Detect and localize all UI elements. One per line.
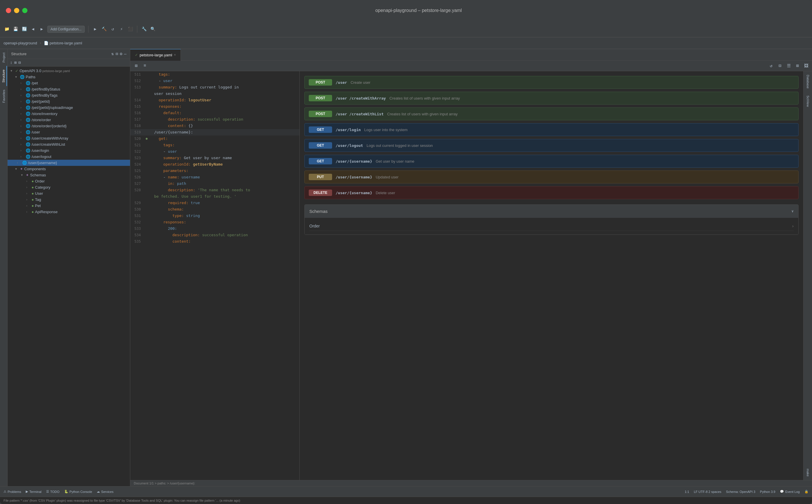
right-tab-database[interactable]: Database xyxy=(805,71,811,92)
build-icon[interactable]: 🔨 xyxy=(101,26,107,32)
editor-columns-icon[interactable]: ⊟ xyxy=(776,62,783,69)
editor-layout-icon[interactable]: ⊞ xyxy=(133,62,140,69)
code-editor[interactable]: 511 tags: 512 - user 513 summary: Logs o… xyxy=(130,71,300,480)
endpoint-get-login[interactable]: GET /user/login Logs user into the syste… xyxy=(304,123,799,136)
editor-list-icon[interactable]: ☰ xyxy=(785,62,792,69)
stop-icon[interactable]: ⬛ xyxy=(127,26,133,32)
add-config-button[interactable]: Add Configuration... xyxy=(47,26,85,33)
back-icon[interactable]: ◀ xyxy=(30,26,36,32)
minimize-button[interactable] xyxy=(14,8,19,13)
tree-root[interactable]: ▼ ✓ OpenAPI 3.0 petstore-large.yaml xyxy=(8,68,130,74)
logout-label: /user/logout xyxy=(32,154,51,159)
search-icon[interactable]: 🔍 xyxy=(150,26,156,32)
tree-store-order[interactable]: › 🌐 /store/order xyxy=(8,117,130,123)
endpoint-post-createWithList[interactable]: POST /user /createWithList Creates list … xyxy=(304,107,799,120)
tree-schemas[interactable]: ▼ ✦ Schemas xyxy=(8,172,130,178)
tree-schema-user[interactable]: › ● User xyxy=(8,190,130,197)
status-todo[interactable]: ☰ TODO xyxy=(46,490,60,493)
code-line-522: 522 - user xyxy=(130,148,299,155)
schemas-header[interactable]: Schemas ∨ xyxy=(305,205,798,218)
tree-user-logout[interactable]: › 🌐 /user/logout xyxy=(8,154,130,160)
endpoint-desc-login: Logs user into the system xyxy=(364,128,407,132)
tab-project[interactable]: Project xyxy=(1,49,7,66)
status-python-console[interactable]: 🐍 Python Console xyxy=(64,490,92,493)
sort-alpha-icon[interactable]: ↕ xyxy=(10,60,12,65)
expand-icon[interactable]: ⊞ xyxy=(14,60,16,65)
status-services[interactable]: ☁ Services xyxy=(97,490,113,493)
settings-icon[interactable]: 🔧 xyxy=(141,26,147,32)
tab-favorites[interactable]: Favorites xyxy=(1,86,7,106)
tree-user-login[interactable]: › 🌐 /user/login xyxy=(8,147,130,154)
minimize-panel-icon[interactable]: — xyxy=(124,52,126,56)
tree-pet-findByStatus[interactable]: › 🌐 /pet/findByStatus xyxy=(8,86,130,92)
tree-schema-category[interactable]: › ● Category xyxy=(8,184,130,190)
endpoint-put-username[interactable]: PUT /user/{username} Updated user xyxy=(304,171,799,183)
folder-icon[interactable]: 📁 xyxy=(4,26,10,32)
tree-store-inventory[interactable]: › 🌐 /store/inventory xyxy=(8,111,130,117)
close-button[interactable] xyxy=(6,8,11,13)
save-icon[interactable]: 💾 xyxy=(12,26,19,32)
tree-store-orderId[interactable]: › 🌐 /store/order/{orderId} xyxy=(8,123,130,129)
status-encoding[interactable]: LF UTF-8 2 spaces xyxy=(694,490,721,493)
tab-close-icon[interactable]: × xyxy=(174,53,176,57)
tree-schema-order[interactable]: › ● Order xyxy=(8,178,130,184)
tree-schema-tag[interactable]: › ● Tag xyxy=(8,197,130,203)
sc-tag-label: Tag xyxy=(35,197,41,202)
status-schema[interactable]: Schema: OpenAPI 3 xyxy=(726,490,755,493)
breadcrumb-project[interactable]: openapi-playground xyxy=(4,41,37,45)
right-tab-sciview[interactable]: SciView xyxy=(805,92,811,110)
tree-user-createWithList[interactable]: › 🌐 /user/createWithList xyxy=(8,141,130,147)
order-arrow: › xyxy=(20,118,25,121)
forward-icon[interactable]: ▶ xyxy=(39,26,45,32)
sort-icon[interactable]: ⇅ xyxy=(111,51,114,56)
user-label: /user xyxy=(32,130,40,134)
tree-pet-petId[interactable]: › 🌐 /pet/{petId} xyxy=(8,98,130,105)
user-arrow: › xyxy=(20,131,25,134)
run-icon[interactable]: ▶ xyxy=(92,26,98,32)
tree-user-username[interactable]: › 🌐 /user/{username} xyxy=(8,160,130,166)
code-line-524: 524 operationId: getUserByName xyxy=(130,161,299,168)
schema-order-arrow: › xyxy=(792,224,794,228)
tree-schema-pet[interactable]: › ● Pet xyxy=(8,203,130,209)
right-tab-make[interactable]: make xyxy=(805,465,811,480)
tree-paths[interactable]: ▼ 🌐 Paths xyxy=(8,74,130,80)
editor-split-icon[interactable]: ⊞ xyxy=(794,62,801,69)
profile-icon[interactable]: ⚡ xyxy=(118,26,125,32)
editor-breadcrumb-icon[interactable]: ≡ xyxy=(141,62,148,69)
tree-pet-findByTags[interactable]: › 🌐 /pet/findByTags xyxy=(8,92,130,98)
tree-schema-apiresponse[interactable]: › ● ApiResponse xyxy=(8,209,130,215)
editor-tab-petstore[interactable]: ✓ petstore-large.yaml × xyxy=(130,49,181,61)
breadcrumb-file[interactable]: 📄 petstore-large.yaml xyxy=(44,41,82,45)
endpoint-desc-username-put: Updated user xyxy=(376,175,398,179)
tree-components[interactable]: ▼ ✦ Components xyxy=(8,166,130,172)
gear-icon[interactable]: ⚙ xyxy=(120,51,122,56)
endpoint-get-logout[interactable]: GET /user/logout Logs out current logged… xyxy=(304,139,799,152)
status-terminal[interactable]: ▶ Terminal xyxy=(26,490,41,493)
schemas-arrow: ▼ xyxy=(20,173,25,177)
endpoint-get-username[interactable]: GET /user/{username} Get user by user na… xyxy=(304,155,799,168)
sync-icon[interactable]: 🔄 xyxy=(21,26,27,32)
tree-user[interactable]: › 🌐 /user xyxy=(8,129,130,135)
editor-refresh-icon[interactable]: ↺ xyxy=(768,62,775,69)
reload-icon[interactable]: ↺ xyxy=(110,26,116,32)
endpoint-post-user[interactable]: POST /user Create user xyxy=(304,76,799,89)
tree-pet-uploadImage[interactable]: › 🌐 /pet/{petId}/uploadImage xyxy=(8,105,130,111)
schema-order-label: Order xyxy=(309,224,320,228)
endpoint-post-createWithArray[interactable]: POST /user /createWithArray Creates list… xyxy=(304,92,799,105)
maximize-button[interactable] xyxy=(22,8,27,13)
code-line-521: 521 tags: xyxy=(130,142,299,148)
schemas-title: Schemas xyxy=(309,209,328,214)
filter-icon[interactable]: ⊟ xyxy=(116,51,118,56)
status-event-log[interactable]: 💬 Event Log xyxy=(780,490,800,493)
tree-pet[interactable]: › 🌐 /pet xyxy=(8,80,130,86)
editor-image-icon[interactable]: 🖼 xyxy=(803,62,810,69)
tab-structure[interactable]: Structure xyxy=(1,66,7,86)
collapse-icon[interactable]: ⊟ xyxy=(18,60,21,65)
status-problems[interactable]: ⚠ Problems xyxy=(4,490,21,493)
status-python-version[interactable]: Python 3.9 xyxy=(760,490,775,493)
status-position[interactable]: 1:1 xyxy=(685,490,689,493)
sc-pet-arrow: › xyxy=(26,204,30,207)
schema-item-order[interactable]: Order › xyxy=(309,221,794,231)
endpoint-delete-username[interactable]: DELETE /user/{username} Delete user xyxy=(304,186,799,199)
tree-user-createWithArray[interactable]: › 🌐 /user/createWithArray xyxy=(8,135,130,141)
